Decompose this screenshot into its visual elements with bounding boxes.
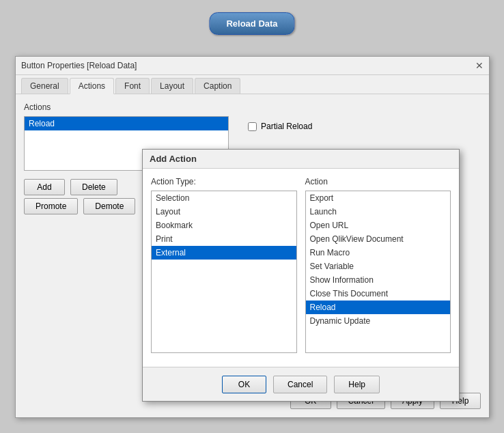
dialog-close-button[interactable]: ✕ (475, 61, 484, 70)
action-type-column: Action Type: Selection Layout Bookmark P… (151, 177, 297, 353)
action-list[interactable]: Export Launch Open URL Open QlikView Doc… (305, 191, 451, 353)
tabs-bar: General Actions Font Layout Caption (16, 75, 489, 94)
add-action-ok-button[interactable]: OK (222, 376, 266, 393)
add-action-help-button[interactable]: Help (334, 376, 380, 393)
tab-actions[interactable]: Actions (70, 78, 114, 94)
tab-caption[interactable]: Caption (195, 78, 240, 94)
action-export[interactable]: Export (306, 191, 451, 205)
action-header: Action (305, 177, 451, 186)
action-open-url[interactable]: Open URL (306, 219, 451, 232)
dialog-titlebar: Button Properties [Reload Data] ✕ (16, 57, 489, 75)
action-run-macro[interactable]: Run Macro (306, 246, 451, 260)
add-action-dialog: Add Action Action Type: Selection Layout… (142, 149, 460, 402)
partial-reload-area: Partial Reload (248, 122, 312, 131)
partial-reload-label: Partial Reload (261, 122, 312, 131)
action-reload[interactable]: Reload (306, 301, 451, 314)
action-type-layout[interactable]: Layout (152, 205, 296, 219)
action-type-header: Action Type: (151, 177, 297, 186)
add-action-footer: OK Cancel Help (143, 367, 459, 401)
add-action-cancel-button[interactable]: Cancel (273, 376, 327, 393)
promote-button[interactable]: Promote (24, 198, 78, 214)
actions-section-label: Actions (24, 102, 481, 112)
reload-data-button[interactable]: Reload Data (209, 12, 294, 35)
action-column: Action Export Launch Open URL Open QlikV… (305, 177, 451, 353)
action-close-document[interactable]: Close This Document (306, 287, 451, 301)
main-dialog: Button Properties [Reload Data] ✕ Genera… (15, 56, 490, 418)
tab-layout[interactable]: Layout (151, 78, 193, 94)
action-show-information[interactable]: Show Information (306, 273, 451, 287)
action-set-variable[interactable]: Set Variable (306, 260, 451, 273)
add-button[interactable]: Add (24, 179, 65, 195)
action-open-qlikview[interactable]: Open QlikView Document (306, 232, 451, 246)
dialog-title: Button Properties [Reload Data] (21, 61, 137, 70)
action-launch[interactable]: Launch (306, 205, 451, 219)
columns-container: Action Type: Selection Layout Bookmark P… (151, 177, 451, 353)
add-action-content: Action Type: Selection Layout Bookmark P… (143, 169, 459, 361)
action-type-external[interactable]: External (152, 246, 296, 260)
tab-font[interactable]: Font (115, 78, 150, 94)
action-dynamic-update[interactable]: Dynamic Update (306, 314, 451, 328)
partial-reload-checkbox[interactable] (248, 122, 257, 131)
action-type-list[interactable]: Selection Layout Bookmark Print External (151, 191, 297, 353)
actions-list-item-reload[interactable]: Reload (25, 117, 228, 130)
delete-button[interactable]: Delete (70, 179, 117, 195)
tab-general[interactable]: General (21, 78, 68, 94)
demote-button[interactable]: Demote (83, 198, 135, 214)
action-type-bookmark[interactable]: Bookmark (152, 219, 296, 232)
add-action-titlebar: Add Action (143, 150, 459, 169)
action-type-selection[interactable]: Selection (152, 191, 296, 205)
action-type-print[interactable]: Print (152, 232, 296, 246)
